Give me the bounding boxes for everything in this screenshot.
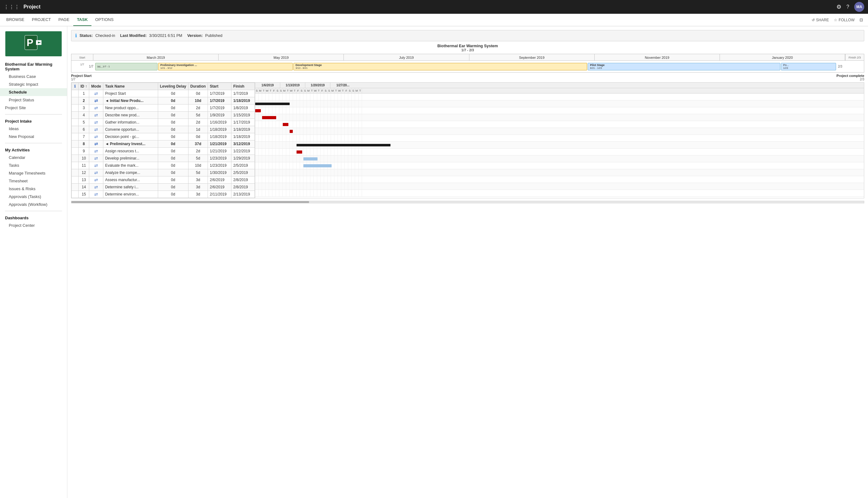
mode-icon: ⇄: [94, 141, 98, 146]
gantt-bar-red: [296, 150, 302, 154]
gantt-week-4: 1/27/20...: [330, 82, 355, 88]
avatar[interactable]: MA: [854, 2, 864, 12]
grid-icon[interactable]: ⋮⋮⋮: [4, 4, 20, 10]
cell-info: [72, 176, 79, 184]
cell-delay: 0d: [158, 184, 188, 191]
version-value: Published: [205, 34, 222, 38]
cell-name: Project Start: [103, 90, 158, 97]
status-label: Status:: [79, 34, 93, 38]
tab-browse[interactable]: BROWSE: [2, 14, 28, 26]
cell-info: [72, 133, 79, 141]
cell-finish: 1/18/2019: [231, 126, 255, 133]
sidebar-item-ideas[interactable]: Ideas: [0, 125, 67, 133]
cell-start: 1/9/2019: [208, 112, 231, 119]
cell-num: 14: [79, 184, 89, 191]
timeline-area: Start 1/7 March 2019 May 2019 July 2019 …: [71, 54, 864, 81]
month-nov: November 2019: [595, 54, 720, 61]
cell-num: 5: [79, 119, 89, 126]
timeline-months-row: Start 1/7 March 2019 May 2019 July 2019 …: [71, 54, 864, 61]
cell-num: 11: [79, 162, 89, 169]
sidebar-item-business-case[interactable]: Business Case: [0, 73, 67, 80]
cell-duration: 37d: [188, 141, 208, 148]
month-mar: March 2019: [93, 54, 219, 61]
sidebar-item-new-proposal[interactable]: New Proposal: [0, 133, 67, 141]
gantt-chart-area[interactable]: 1/6/2019 1/13/2019 1/20/2019 1/27/20... …: [255, 82, 864, 198]
cell-name: ◄ Preliminary Invest...: [103, 141, 158, 148]
divider-2: [5, 143, 62, 143]
gantt-row: [255, 162, 864, 169]
cell-num: 12: [79, 169, 89, 176]
sidebar-item-timesheet[interactable]: Timesheet: [0, 177, 67, 185]
sidebar-item-project-status[interactable]: Project Status: [0, 96, 67, 104]
sidebar-item-issues-risks[interactable]: Issues & Risks: [0, 185, 67, 193]
task-table-container[interactable]: ℹ ID ↑ Mode Task Name Leveling Delay Dur…: [72, 82, 255, 198]
sidebar-item-schedule[interactable]: Schedule: [0, 88, 67, 96]
gantt-bar-red: [283, 123, 289, 126]
cell-finish: 1/18/2019: [231, 97, 255, 104]
cell-num: 13: [79, 176, 89, 184]
cell-name: Develop preliminar...: [103, 155, 158, 162]
cell-finish: 1/17/2019: [231, 119, 255, 126]
table-row: 12 ⇄ Analyze the compe... 0d 5d 1/30/201…: [72, 169, 255, 176]
cell-info: [72, 191, 79, 198]
tab-page[interactable]: PAGE: [54, 14, 73, 26]
cell-duration: 3d: [188, 191, 208, 198]
sidebar-item-project-site[interactable]: Project Site: [0, 104, 67, 112]
start-label: Start 1/7: [72, 54, 93, 61]
gantt-bar-development: Development Stage 3/13 - 8/21: [293, 63, 587, 70]
cell-mode: ⇄: [89, 119, 103, 126]
sidebar-item-approvals-workflow[interactable]: Approvals (Workflow): [0, 200, 67, 208]
th-id[interactable]: ID ↑: [79, 83, 89, 90]
mode-icon: ⇄: [94, 127, 98, 132]
cell-finish: 2/8/2019: [231, 184, 255, 191]
lastmod-value: 3/30/2021 6:51 PM: [149, 34, 182, 38]
mode-icon: ⇄: [94, 156, 98, 161]
ribbon-actions: ↺ SHARE ☆ FOLLOW ⊡: [812, 14, 866, 26]
mode-icon: ⇄: [94, 120, 98, 125]
gantt-row: [255, 93, 864, 101]
sidebar-item-approvals-tasks[interactable]: Approvals (Tasks): [0, 193, 67, 200]
sidebar-item-strategic-impact[interactable]: Strategic Impact: [0, 80, 67, 88]
gantt-bar-preliminary: Preliminary Investigation ... 1/21 - 3/1…: [158, 63, 293, 70]
expand-icon[interactable]: ⊡: [859, 17, 863, 22]
gantt-title: Biothermal Ear Warming System 1/7 - 2/3: [71, 44, 864, 52]
cell-name: Describe new prod...: [103, 112, 158, 119]
horizontal-scrollbar[interactable]: [71, 201, 864, 203]
cell-name: Convene opportun...: [103, 126, 158, 133]
tab-task[interactable]: TASK: [73, 14, 91, 26]
tab-options[interactable]: OPTIONS: [91, 14, 117, 26]
cell-delay: 0d: [158, 97, 188, 104]
cell-start: 1/21/2019: [208, 148, 231, 155]
tab-project[interactable]: PROJECT: [28, 14, 55, 26]
cell-duration: 10d: [188, 162, 208, 169]
cell-delay: 0d: [158, 169, 188, 176]
cell-finish: 2/5/2019: [231, 162, 255, 169]
cell-duration: 1d: [188, 126, 208, 133]
cell-mode: ⇄: [89, 148, 103, 155]
sidebar-item-manage-timesheets[interactable]: Manage Timesheets: [0, 169, 67, 177]
cell-finish: 2/13/2019: [231, 191, 255, 198]
cell-start: 1/23/2019: [208, 162, 231, 169]
mode-icon: ⇄: [94, 192, 98, 197]
gear-icon[interactable]: ⚙: [837, 3, 841, 10]
scrollbar-thumb[interactable]: [72, 201, 309, 203]
follow-button[interactable]: ☆ FOLLOW: [834, 18, 855, 22]
help-icon[interactable]: ?: [846, 4, 849, 10]
sidebar: P Biothermal Ear Warming System Business…: [0, 26, 67, 498]
month-may: May 2019: [219, 54, 344, 61]
table-row: 14 ⇄ Determine safety i... 0d 3d 2/6/201…: [72, 184, 255, 191]
cell-info: [72, 97, 79, 104]
share-icon: ↺: [812, 18, 815, 22]
cell-num: 7: [79, 133, 89, 141]
content-area: ℹ Status: Checked-in Last Modified: 3/30…: [67, 26, 868, 498]
cell-finish: 1/29/2019: [231, 155, 255, 162]
table-row: 8 ⇄ ◄ Preliminary Invest... 0d 37d 1/21/…: [72, 141, 255, 148]
sidebar-item-tasks[interactable]: Tasks: [0, 161, 67, 169]
gantt-row: [255, 176, 864, 183]
sidebar-item-calendar[interactable]: Calendar: [0, 154, 67, 161]
cell-duration: 2d: [188, 148, 208, 155]
gantt-bar-red: [255, 109, 261, 112]
sidebar-item-project-center[interactable]: Project Center: [0, 222, 67, 229]
sidebar-project-intake-title: Project Intake: [0, 117, 67, 125]
share-button[interactable]: ↺ SHARE: [812, 18, 829, 22]
